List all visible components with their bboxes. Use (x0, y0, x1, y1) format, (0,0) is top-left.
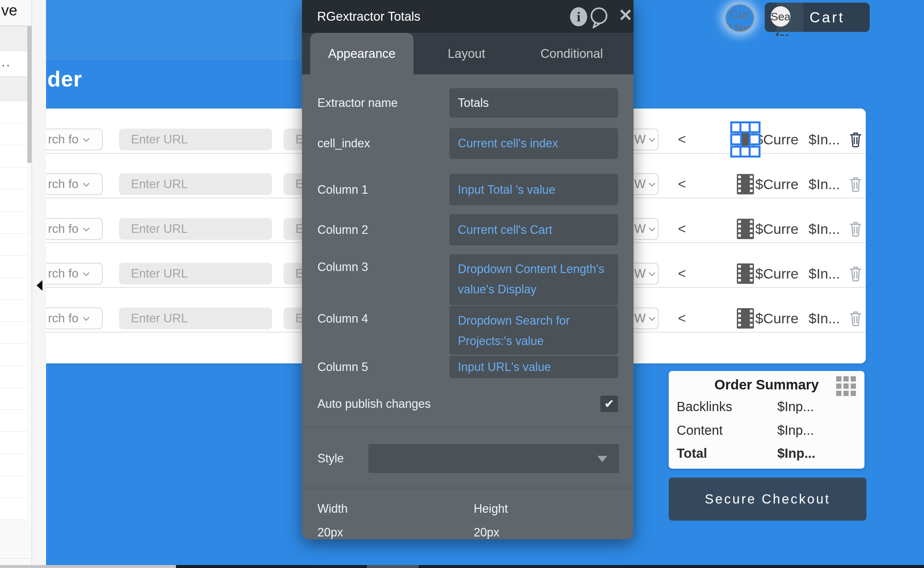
page-heading-text[interactable]: der (47, 66, 82, 91)
delete-row-icon[interactable] (849, 310, 862, 327)
list-item[interactable] (0, 366, 28, 388)
comment-icon[interactable] (589, 7, 610, 29)
less-than-text[interactable]: < (670, 308, 693, 329)
url-input[interactable]: Enter URL (119, 173, 272, 195)
list-item[interactable] (0, 123, 28, 145)
field-label-column-1: Column 1 (317, 174, 446, 205)
current-user-avatar[interactable]: Cur Use (725, 4, 755, 32)
order-summary-card[interactable]: Order Summary Backlinks$Inp...Content$In… (669, 371, 864, 469)
list-item[interactable] (0, 234, 28, 255)
delete-row-icon[interactable] (849, 131, 862, 148)
selection-resize-handle[interactable] (749, 133, 761, 145)
field-expression-input[interactable]: Current cell's index (449, 128, 618, 159)
list-item[interactable] (0, 76, 28, 101)
list-item[interactable] (0, 476, 28, 498)
price-current-text[interactable]: $Curre (755, 173, 798, 195)
field-expression-input[interactable]: Dropdown Search for Projects:'s value (449, 306, 618, 355)
list-item[interactable]: .. (0, 51, 28, 76)
list-item[interactable] (0, 101, 28, 123)
field-expression-input[interactable]: Current cell's Cart (449, 214, 618, 245)
list-item[interactable] (0, 211, 28, 234)
secure-checkout-button[interactable]: Secure Checkout (669, 477, 867, 521)
price-input-text[interactable]: $In... (809, 128, 840, 150)
image-placeholder-icon[interactable] (737, 308, 754, 329)
selection-resize-handle[interactable] (749, 121, 761, 133)
list-item[interactable] (0, 278, 28, 300)
list-item[interactable] (0, 322, 28, 344)
tab-appearance[interactable]: Appearance (310, 33, 414, 74)
url-input[interactable]: Enter URL (119, 128, 272, 150)
search-for-dropdown[interactable]: rch fo (46, 263, 103, 284)
list-item[interactable] (0, 300, 28, 322)
list-item[interactable] (0, 168, 28, 189)
sidebar-scrollbar[interactable] (27, 26, 32, 163)
list-item[interactable] (0, 432, 28, 454)
chevron-down-icon (83, 136, 89, 142)
chevron-down-icon (649, 225, 655, 231)
tab-conditional[interactable]: Conditional (532, 33, 611, 74)
price-input-text[interactable]: $In... (809, 218, 840, 240)
inspector-header[interactable]: RGextractor Totals i ✕ (302, 0, 634, 33)
list-item[interactable] (0, 388, 28, 410)
field-expression-input[interactable]: Dropdown Content Length's value's Displa… (449, 254, 618, 305)
width-value-input[interactable]: 20px (317, 526, 343, 539)
search-for-dropdown[interactable]: rch fo (46, 218, 103, 240)
list-item[interactable] (0, 26, 28, 51)
image-placeholder-icon[interactable] (737, 263, 754, 284)
price-input-text[interactable]: $In... (809, 173, 840, 195)
list-item[interactable] (0, 255, 28, 278)
field-value: Input URL's value (458, 360, 551, 374)
field-expression-input[interactable]: Input URL's value (449, 356, 618, 378)
image-placeholder-icon[interactable] (737, 219, 754, 239)
selection-resize-handle[interactable] (730, 133, 742, 145)
tail-dropdown-value: W (634, 267, 646, 281)
less-than-text[interactable]: < (670, 128, 693, 150)
less-than-text[interactable]: < (670, 173, 693, 195)
price-current-text[interactable]: $Curre (755, 308, 798, 329)
delete-row-icon[interactable] (849, 221, 862, 237)
sidebar-header-label[interactable]: ve (2, 2, 17, 19)
search-for-dropdown[interactable]: rch fo (46, 173, 103, 195)
url-input[interactable]: Enter URL (119, 263, 272, 284)
field-text-input[interactable]: Totals (449, 88, 618, 118)
list-item[interactable] (0, 454, 28, 476)
less-than-text[interactable]: < (670, 263, 693, 284)
tab-appearance-label: Appearance (328, 47, 396, 61)
bottom-scrollbar-thumb[interactable] (367, 565, 419, 568)
list-item[interactable] (0, 189, 28, 211)
selection-resize-handle[interactable] (749, 146, 761, 157)
info-icon[interactable]: i (570, 7, 587, 26)
url-input[interactable]: Enter URL (119, 308, 272, 329)
less-than-text[interactable]: < (670, 218, 693, 240)
collapse-sidebar-icon[interactable] (36, 280, 42, 291)
bottom-scrollbar-track-left[interactable] (0, 565, 176, 568)
url-input[interactable]: Enter URL (119, 218, 272, 240)
drag-grid-icon[interactable] (836, 376, 856, 396)
sidebar-bottom-line (0, 558, 32, 559)
list-item[interactable] (0, 498, 28, 520)
bottom-scrollbar-track[interactable] (176, 565, 924, 568)
list-item[interactable] (0, 145, 28, 168)
auto-publish-checkbox[interactable]: ✔ (600, 396, 618, 412)
search-for-dropdown[interactable]: rch fo (46, 128, 103, 150)
delete-row-icon[interactable] (849, 176, 862, 193)
search-for-dropdown[interactable]: rch fo (46, 308, 103, 329)
inspector-title: RGextractor Totals (317, 0, 420, 33)
price-input-text[interactable]: $In... (809, 263, 840, 284)
chevron-down-icon (83, 270, 89, 276)
style-select[interactable] (368, 444, 619, 473)
price-current-text[interactable]: $Curre (755, 263, 798, 284)
list-item[interactable] (0, 410, 28, 432)
list-item[interactable] (0, 344, 28, 366)
delete-row-icon[interactable] (849, 265, 862, 282)
field-expression-input[interactable]: Input Total 's value (449, 174, 618, 205)
price-input-text[interactable]: $In... (809, 308, 840, 329)
price-current-text[interactable]: $Curre (755, 218, 798, 240)
image-placeholder-icon[interactable] (737, 174, 754, 194)
price-current-text[interactable]: $Curre (755, 128, 798, 150)
height-value-input[interactable]: 20px (474, 526, 499, 539)
close-icon[interactable]: ✕ (618, 5, 633, 25)
cart-button[interactable]: Cart Sea (765, 3, 870, 32)
search-overlay-ellipse[interactable]: Sea (771, 6, 790, 27)
tab-layout[interactable]: Layout (429, 33, 504, 74)
